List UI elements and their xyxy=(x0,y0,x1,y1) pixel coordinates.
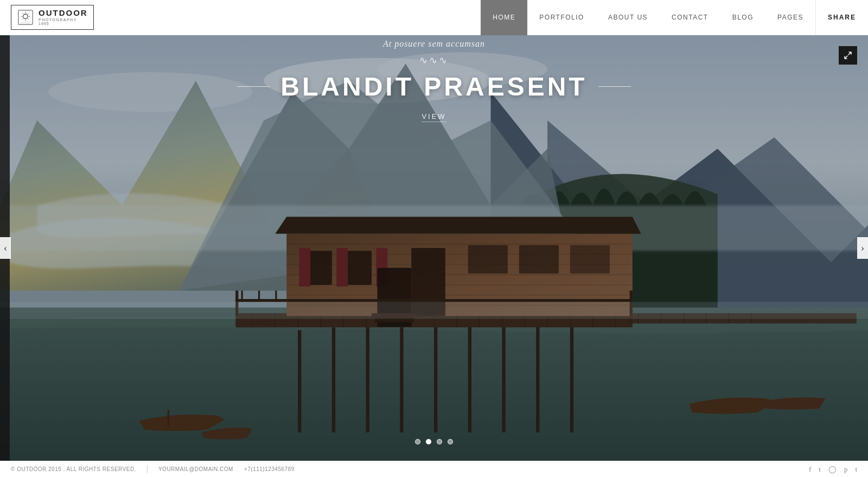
logo-icon xyxy=(17,9,34,26)
nav: HOME PORTFOLIO ABOUT US CONTACT BLOG PAG… xyxy=(481,0,868,35)
slider-prev-arrow[interactable]: ‹ xyxy=(0,237,11,259)
nav-item-contact[interactable]: CONTACT xyxy=(660,0,720,35)
slide-dots xyxy=(415,439,453,444)
dot-2[interactable] xyxy=(426,439,431,444)
social-twitter-icon[interactable]: t xyxy=(819,465,821,474)
dot-4[interactable] xyxy=(448,439,453,444)
slider-next-arrow[interactable]: › xyxy=(857,237,868,259)
logo-text-area: OUTDOOR PHOTOGRAPHY 1995 xyxy=(39,9,88,26)
social-pinterest-icon[interactable]: p xyxy=(844,465,848,474)
footer: © OUTDOOR 2015 . ALL RIGHTS RESERVED. YO… xyxy=(0,461,868,477)
hero-line-left xyxy=(237,86,270,87)
social-facebook-icon[interactable]: f xyxy=(809,465,811,474)
logo-brand: OUTDOOR xyxy=(39,9,88,18)
footer-email[interactable]: YOURMAIL@DOMAIN.COM xyxy=(158,466,233,472)
nav-share[interactable]: SHARE xyxy=(815,0,868,35)
svg-rect-82 xyxy=(0,302,868,319)
social-instagram-icon[interactable]: ◯ xyxy=(828,465,837,474)
hero-subtitle: At posuere sem accumsan xyxy=(0,39,868,49)
nav-item-pages[interactable]: PAGES xyxy=(765,0,815,35)
hero-title-row: BLANDIT PRAESENT xyxy=(0,72,868,101)
expand-button[interactable] xyxy=(839,46,857,65)
header: OUTDOOR PHOTOGRAPHY 1995 HOME PORTFOLIO … xyxy=(0,0,868,35)
logo-sub: PHOTOGRAPHY xyxy=(39,18,88,22)
nav-item-home[interactable]: HOME xyxy=(481,0,527,35)
hero-wave-icon: ∿∿∿ xyxy=(0,54,868,66)
footer-divider xyxy=(147,466,148,473)
svg-line-9 xyxy=(22,19,23,20)
logo-year: 1995 xyxy=(39,22,88,26)
hero-line-right xyxy=(598,86,631,87)
logo-box[interactable]: OUTDOOR PHOTOGRAPHY 1995 xyxy=(11,5,94,30)
social-tumblr-icon[interactable]: t xyxy=(855,465,857,474)
hero-title: BLANDIT PRAESENT xyxy=(280,72,587,101)
footer-left: © OUTDOOR 2015 . ALL RIGHTS RESERVED. YO… xyxy=(11,466,295,473)
footer-phone: +7(111)123456789 xyxy=(244,466,295,472)
dot-3[interactable] xyxy=(437,439,442,444)
svg-line-7 xyxy=(28,19,28,20)
svg-line-8 xyxy=(28,14,28,14)
nav-item-blog[interactable]: BLOG xyxy=(720,0,765,35)
nav-item-about[interactable]: ABOUT US xyxy=(596,0,660,35)
svg-point-1 xyxy=(23,14,28,19)
nav-item-portfolio[interactable]: PORTFOLIO xyxy=(527,0,596,35)
logo-area: OUTDOOR PHOTOGRAPHY 1995 xyxy=(0,5,94,30)
footer-copyright: © OUTDOOR 2015 . ALL RIGHTS RESERVED. xyxy=(11,466,136,472)
hero-content: At posuere sem accumsan ∿∿∿ BLANDIT PRAE… xyxy=(0,35,868,122)
footer-social: f t ◯ p t xyxy=(809,465,857,474)
hero-cta-button[interactable]: VIEW xyxy=(422,112,446,122)
dot-1[interactable] xyxy=(415,439,420,444)
hero-section: At posuere sem accumsan ∿∿∿ BLANDIT PRAE… xyxy=(0,35,868,461)
svg-line-6 xyxy=(22,14,23,14)
